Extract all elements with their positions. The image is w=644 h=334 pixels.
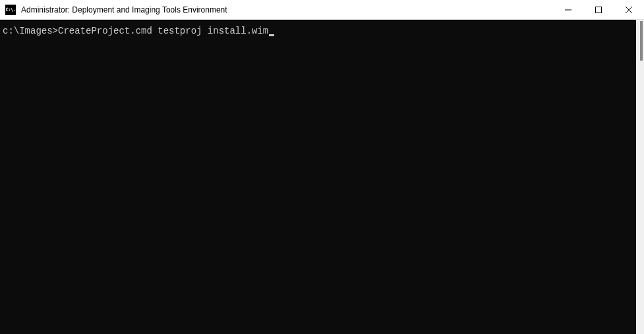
window-title: Administrator: Deployment and Imaging To… (21, 5, 553, 14)
scrollbar-thumb[interactable] (640, 21, 643, 61)
close-icon (626, 7, 632, 13)
maximize-button[interactable] (583, 0, 614, 20)
minimize-icon (565, 7, 571, 13)
maximize-icon (595, 7, 602, 13)
terminal-line: c:\Images>CreateProject.cmd testproj ins… (3, 25, 633, 37)
cmd-icon-text: C:\. (6, 7, 16, 13)
svg-rect-1 (596, 7, 602, 13)
close-button[interactable] (614, 0, 644, 20)
scrollbar-track[interactable] (636, 20, 644, 334)
terminal-container: c:\Images>CreateProject.cmd testproj ins… (0, 20, 644, 334)
terminal-command: CreateProject.cmd testproj install.wim (58, 26, 268, 36)
cmd-icon: C:\. (5, 5, 16, 15)
terminal[interactable]: c:\Images>CreateProject.cmd testproj ins… (0, 20, 636, 334)
terminal-prompt: c:\Images> (3, 26, 58, 36)
minimize-button[interactable] (553, 0, 583, 20)
terminal-cursor (269, 34, 274, 36)
titlebar: C:\. Administrator: Deployment and Imagi… (0, 0, 644, 20)
window-controls (553, 0, 644, 19)
